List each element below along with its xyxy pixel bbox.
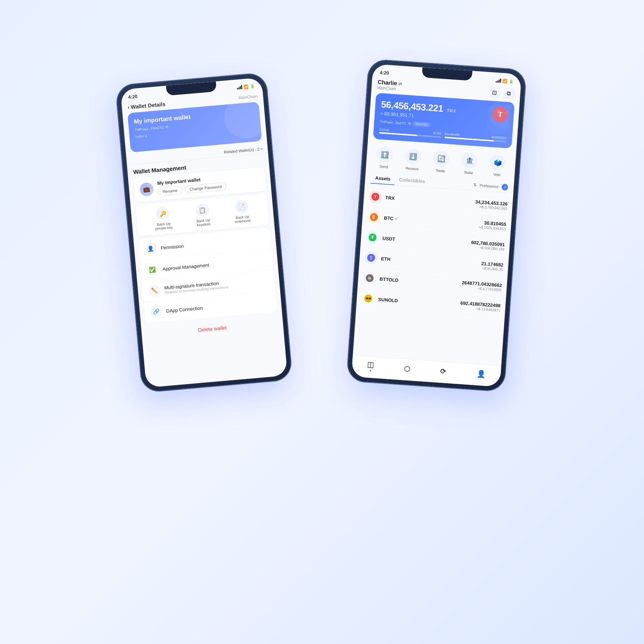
key-icon: 🔑	[156, 206, 170, 220]
sunold-amount: 692.418878222498 ≈$ 13.5483871	[460, 300, 501, 312]
nav-market[interactable]: ⬡	[404, 364, 411, 373]
swap-icon: 🔄	[433, 150, 450, 167]
keystore-icon: 📋	[195, 203, 209, 217]
svg-text:😎: 😎	[365, 296, 372, 302]
svg-text:₿: ₿	[372, 215, 375, 220]
profile-nav-icon: 👤	[476, 369, 486, 378]
swap-wallet-icon[interactable]: ⇄	[398, 81, 402, 87]
bandwidth-label: Bandwidth	[445, 132, 460, 137]
swap-label: Swap	[436, 169, 445, 173]
back-button[interactable]: ‹ Wallet Details	[127, 101, 166, 110]
svg-text:Ξ: Ξ	[370, 255, 373, 260]
btc-name: BTC	[384, 215, 394, 221]
trx-amount: 34,234,453.126 ≈$ 2,760,842,982	[475, 199, 508, 210]
add-asset-button[interactable]: +	[501, 184, 508, 190]
receive-action[interactable]: ⬇️ Receive	[404, 148, 421, 171]
tab-assets[interactable]: Assets	[371, 172, 395, 185]
non-hd-badge: Non-HD	[413, 121, 430, 127]
eth-icon: Ξ	[364, 251, 378, 264]
dapp-icon: 🔗	[150, 306, 162, 318]
menu-list: 👤 Permission ✅ Approval Management ✏️ Mu…	[138, 228, 277, 323]
energy-item: Energy 37/60	[379, 127, 441, 138]
preference-label: Preference	[479, 183, 499, 189]
market-nav-icon: ⬡	[404, 364, 411, 373]
left-phone: 4:20 📶 🔋 ‹ Wallet Details	[116, 73, 292, 392]
time-right: 4:20	[380, 69, 389, 75]
balance-card: 56,456,453.221 TRX ≈ $3,951,951.71 THPwe…	[373, 93, 514, 148]
mnemonic-icon: 📄	[235, 200, 249, 214]
tab-collectibles[interactable]: Collectibles	[394, 174, 430, 187]
wallet-avatar: 💼	[139, 182, 154, 196]
header-actions: ⊡ ⧉	[488, 86, 515, 99]
wifi-icon: 📶	[243, 84, 249, 89]
qr-button[interactable]: ⧉	[503, 87, 515, 99]
bandwidth-item: Bandwidth 4000/5000	[444, 132, 507, 142]
permission-label: Permission	[161, 243, 184, 251]
wifi-icon-right: 📶	[502, 78, 508, 83]
btc-amount: 30.810455 ≈$ 1555,934,813	[479, 220, 507, 231]
energy-value: 37/60	[433, 131, 441, 136]
nav-profile[interactable]: 👤	[476, 369, 486, 378]
trx-name: TRX	[385, 195, 395, 201]
btc-icon: ₿	[367, 210, 381, 224]
battery-icon: 🔋	[250, 84, 255, 89]
balance-token: TRX	[447, 108, 456, 114]
send-action[interactable]: ⬆️ Send	[376, 146, 393, 169]
approval-icon: ✅	[146, 264, 159, 276]
page-title: Wallet Details	[131, 101, 166, 110]
copy-address-icon[interactable]: ⧉	[408, 121, 411, 126]
backup-mnemonic[interactable]: 📄 Back Upmnemonic	[233, 200, 251, 224]
asset-list: T TRX 34,234,453.126 ≈$ 2,760,842,982 ₿ …	[356, 186, 513, 318]
sunold-icon: 😎	[361, 292, 375, 305]
usdt-icon: ₮	[366, 230, 379, 244]
stake-action[interactable]: 🏦 Stake	[460, 152, 478, 175]
copy-icon[interactable]: ⧉	[165, 125, 168, 130]
bottom-nav: ◫ ⬡ ⟳ 👤	[351, 355, 501, 387]
stake-label: Stake	[464, 170, 473, 175]
change-password-button[interactable]: Change Password	[185, 182, 226, 194]
backup-private-key[interactable]: 🔑 Back Upprivate key	[153, 206, 173, 231]
eth-amount: 21.174682 ≈$ 85,885.35	[481, 261, 503, 272]
status-icons-right: 📶 🔋	[496, 78, 514, 84]
left-screen: 4:20 📶 🔋 ‹ Wallet Details	[120, 77, 287, 387]
time-left: 4:20	[128, 93, 138, 99]
battery-icon-right: 🔋	[509, 79, 514, 84]
bttold-icon: B	[363, 271, 376, 285]
preference-icon[interactable]: ⇅	[473, 182, 477, 187]
btc-verified-icon: ✓	[395, 216, 399, 221]
history-nav-icon: ⟳	[440, 366, 447, 375]
approval-label: Approval Management	[162, 262, 210, 272]
scan-button[interactable]: ⊡	[488, 86, 501, 98]
right-screen: 4:20 📶 🔋 Charlie ⇄	[351, 64, 522, 387]
permission-icon: 👤	[145, 243, 157, 255]
backup-keystore[interactable]: 📋 Back Upkeystore	[195, 203, 210, 227]
usdt-amount: 602,786.035091 ≈$ 606,000.199	[471, 240, 505, 251]
vote-label: Vote	[493, 172, 501, 177]
svg-text:B: B	[368, 276, 371, 280]
rename-button[interactable]: Rename	[158, 186, 182, 196]
nav-history[interactable]: ⟳	[440, 366, 447, 375]
usdt-name: USDT	[382, 235, 395, 241]
assets-nav-icon: ◫	[367, 360, 375, 369]
back-arrow-icon: ‹	[127, 104, 130, 110]
vote-action[interactable]: 🗳️ Vote	[489, 154, 506, 177]
bandwidth-value: 4000/5000	[491, 135, 507, 140]
dapp-label: DApp Connection	[166, 305, 203, 314]
multisig-icon: ✏️	[148, 284, 161, 297]
swap-action[interactable]: 🔄 Swap	[432, 150, 449, 173]
receive-label: Receive	[405, 166, 419, 171]
signal-icon	[236, 85, 242, 89]
vote-icon: 🗳️	[489, 154, 506, 171]
bttold-name: BTTOLD	[380, 276, 399, 283]
nav-active-dot	[370, 370, 371, 371]
send-icon: ⬆️	[376, 146, 393, 163]
signal-icon-right	[496, 78, 501, 83]
energy-label: Energy	[379, 127, 390, 132]
nav-assets[interactable]: ◫	[367, 360, 374, 371]
right-phone: 4:20 📶 🔋 Charlie ⇄	[347, 59, 526, 392]
sunold-name: SUNOLD	[378, 297, 398, 303]
eth-name: ETH	[381, 256, 391, 262]
trx-icon: T	[369, 190, 382, 204]
receive-icon: ⬇️	[405, 148, 421, 165]
status-icons-left: 📶 🔋	[236, 84, 255, 90]
